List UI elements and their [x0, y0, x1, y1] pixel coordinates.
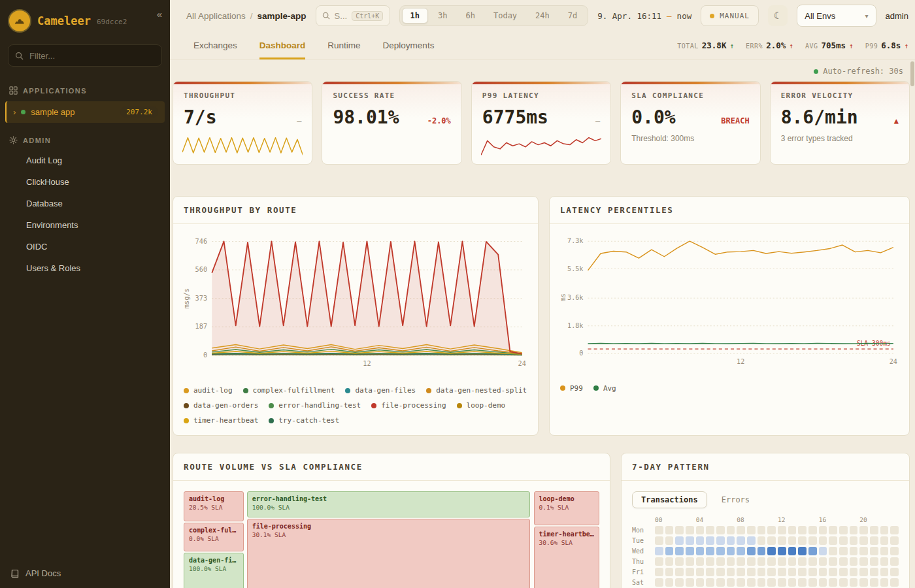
manual-refresh-button[interactable]: MANUAL — [701, 5, 759, 26]
dark-mode-toggle[interactable]: ☾ — [768, 5, 788, 26]
heatmap-cell[interactable] — [819, 536, 827, 545]
treemap-cell-loop-demo[interactable]: loop-demo0.1% SLA — [534, 491, 599, 525]
heatmap-cell[interactable] — [880, 536, 889, 545]
heatmap-cell[interactable] — [829, 526, 837, 534]
heatmap-cell[interactable] — [890, 526, 899, 534]
heatmap-cell[interactable] — [829, 578, 837, 587]
heatmap-cell[interactable] — [788, 557, 797, 566]
heatmap-cell[interactable] — [788, 568, 797, 576]
heatmap-cell[interactable] — [767, 568, 776, 576]
heatmap-cell[interactable] — [686, 578, 694, 587]
heatmap-cell[interactable] — [665, 526, 674, 534]
heatmap-cell[interactable] — [655, 536, 663, 545]
heatmap-cell[interactable] — [655, 526, 663, 534]
legend-item-avg[interactable]: Avg — [593, 384, 616, 393]
heatmap-cell[interactable] — [675, 578, 684, 587]
heatmap-cell[interactable] — [798, 578, 807, 587]
legend-item-try-catch-test[interactable]: try-catch-test — [269, 416, 339, 425]
heatmap-cell[interactable] — [706, 557, 714, 566]
heatmap-cell[interactable] — [706, 578, 714, 587]
heatmap-cell[interactable] — [706, 526, 714, 534]
heatmap-cell[interactable] — [850, 557, 858, 566]
heatmap-cell[interactable] — [655, 547, 663, 555]
heatmap-cell[interactable] — [788, 536, 797, 545]
heatmap-cell[interactable] — [890, 557, 899, 566]
heatmap-cell[interactable] — [839, 578, 848, 587]
tab-runtime[interactable]: Runtime — [327, 31, 360, 59]
heatmap-cell[interactable] — [716, 536, 725, 545]
heatmap-cell[interactable] — [716, 526, 725, 534]
heatmap-cell[interactable] — [696, 526, 705, 534]
heatmap-cell[interactable] — [859, 578, 868, 587]
heatmap-cell[interactable] — [675, 568, 684, 576]
treemap-cell-audit-log[interactable]: audit-log28.5% SLA — [184, 491, 244, 521]
time-range-1h[interactable]: 1h — [402, 8, 428, 24]
heatmap-cell[interactable] — [870, 526, 878, 534]
heatmap-cell[interactable] — [706, 547, 714, 555]
heatmap-cell[interactable] — [675, 536, 684, 545]
heatmap-cell[interactable] — [727, 568, 735, 576]
heatmap-cell[interactable] — [747, 536, 756, 545]
heatmap-cell[interactable] — [706, 536, 714, 545]
heatmap-cell[interactable] — [655, 557, 663, 566]
heatmap-cell[interactable] — [747, 578, 756, 587]
heatmap-cell[interactable] — [727, 578, 735, 587]
heatmap-cell[interactable] — [778, 526, 786, 534]
treemap-cell-timer-heartbeat[interactable]: timer-heartbeat30.6% SLA — [534, 527, 599, 588]
heatmap-cell[interactable] — [850, 526, 858, 534]
heatmap-cell[interactable] — [686, 568, 694, 576]
heatmap-cell[interactable] — [788, 578, 797, 587]
legend-item-complex-fulfillment[interactable]: complex-fulfillment — [243, 386, 335, 395]
heatmap-cell[interactable] — [727, 557, 735, 566]
heatmap-cell[interactable] — [819, 578, 827, 587]
heatmap-cell[interactable] — [880, 568, 889, 576]
heatmap-cell[interactable] — [870, 547, 878, 555]
sidebar-item-oidc[interactable]: OIDC — [0, 236, 170, 257]
heatmap-cell[interactable] — [819, 547, 827, 555]
heatmap-cell[interactable] — [767, 536, 776, 545]
heatmap-cell[interactable] — [819, 526, 827, 534]
heatmap-cell[interactable] — [747, 557, 756, 566]
heatmap-cell[interactable] — [675, 547, 684, 555]
heatmap-cell[interactable] — [788, 526, 797, 534]
heatmap-cell[interactable] — [880, 557, 889, 566]
heatmap-cell[interactable] — [778, 578, 786, 587]
heatmap-cell[interactable] — [727, 547, 735, 555]
legend-item-data-gen-files[interactable]: data-gen-files — [345, 386, 416, 395]
heatmap-cell[interactable] — [850, 547, 858, 555]
heatmap-cell[interactable] — [686, 547, 694, 555]
legend-item-timer-heartbeat[interactable]: timer-heartbeat — [184, 416, 258, 425]
heatmap-cell[interactable] — [737, 568, 745, 576]
heatmap-cell[interactable] — [798, 547, 807, 555]
heatmap-cell[interactable] — [788, 547, 797, 555]
filter-input[interactable] — [28, 50, 155, 61]
heatmap-cell[interactable] — [839, 536, 848, 545]
legend-item-audit-log[interactable]: audit-log — [184, 386, 233, 395]
heatmap-cell[interactable] — [880, 547, 889, 555]
heatmap-cell[interactable] — [696, 547, 705, 555]
heatmap-tab-transactions[interactable]: Transactions — [632, 491, 707, 508]
heatmap-cell[interactable] — [665, 536, 674, 545]
heatmap-cell[interactable] — [829, 557, 837, 566]
heatmap-cell[interactable] — [696, 578, 705, 587]
heatmap-cell[interactable] — [808, 547, 817, 555]
heatmap-cell[interactable] — [829, 547, 837, 555]
heatmap-cell[interactable] — [665, 578, 674, 587]
heatmap-cell[interactable] — [850, 568, 858, 576]
heatmap-cell[interactable] — [808, 526, 817, 534]
sidebar-item-environments[interactable]: Environments — [0, 214, 170, 236]
heatmap-cell[interactable] — [778, 536, 786, 545]
heatmap-cell[interactable] — [757, 568, 766, 576]
heatmap-cell[interactable] — [819, 568, 827, 576]
heatmap-cell[interactable] — [798, 526, 807, 534]
heatmap-cell[interactable] — [829, 568, 837, 576]
heatmap-cell[interactable] — [850, 578, 858, 587]
heatmap-cell[interactable] — [757, 578, 766, 587]
heatmap-cell[interactable] — [850, 536, 858, 545]
heatmap-cell[interactable] — [808, 568, 817, 576]
treemap-cell-complex-fulfillment[interactable]: complex-fulfillment0.0% SLA — [184, 523, 244, 551]
env-select[interactable]: All Envs ▾ — [797, 5, 876, 27]
date-range[interactable]: 9. Apr. 16:11 — now — [597, 11, 691, 21]
heatmap-cell[interactable] — [675, 557, 684, 566]
heatmap-cell[interactable] — [778, 557, 786, 566]
